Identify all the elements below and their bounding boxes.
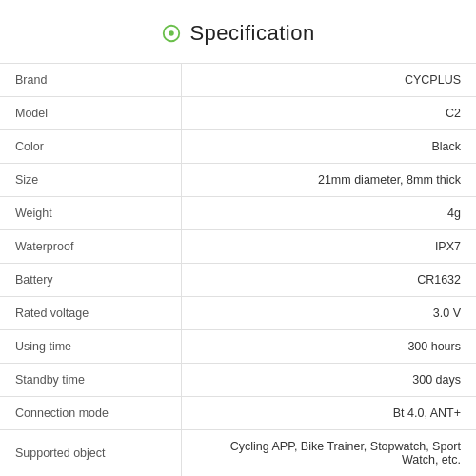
table-row: BatteryCR1632 [0,264,476,297]
spec-value: Cycling APP, Bike Trainer, Stopwatch, Sp… [181,430,476,477]
specification-icon [161,23,182,44]
spec-label: Waterproof [0,230,181,264]
spec-value: IPX7 [181,230,476,264]
spec-label: Model [0,97,181,130]
table-row: Size21mm diameter, 8mm thick [0,164,476,197]
page-title: Specification [189,21,314,46]
spec-value: 21mm diameter, 8mm thick [181,164,476,197]
table-row: ColorBlack [0,130,476,164]
spec-label: Brand [0,64,181,97]
spec-label: Battery [0,264,181,297]
spec-label: Weight [0,197,181,230]
spec-value: C2 [181,97,476,130]
table-row: Supported objectCycling APP, Bike Traine… [0,430,476,477]
spec-value: 300 hours [181,330,476,364]
spec-label: Connection mode [0,397,181,430]
spec-label: Rated voltage [0,297,181,330]
spec-value: CYCPLUS [181,64,476,97]
spec-label: Supported object [0,430,181,477]
table-row: WaterproofIPX7 [0,230,476,264]
table-row: Weight4g [0,197,476,230]
spec-label: Size [0,164,181,197]
table-row: BrandCYCPLUS [0,64,476,97]
spec-label: Color [0,130,181,164]
page-header: Specification [0,0,476,63]
spec-value: 3.0 V [181,297,476,330]
spec-label: Standby time [0,364,181,397]
spec-table: BrandCYCPLUSModelC2ColorBlackSize21mm di… [0,63,476,476]
table-row: Standby time300 days [0,364,476,397]
spec-value: CR1632 [181,264,476,297]
spec-value: 4g [181,197,476,230]
spec-value: Black [181,130,476,164]
spec-value: Bt 4.0, ANT+ [181,397,476,430]
spec-value: 300 days [181,364,476,397]
svg-point-1 [169,30,175,36]
table-row: ModelC2 [0,97,476,130]
table-row: Rated voltage3.0 V [0,297,476,330]
spec-label: Using time [0,330,181,364]
table-row: Connection modeBt 4.0, ANT+ [0,397,476,430]
table-row: Using time300 hours [0,330,476,364]
